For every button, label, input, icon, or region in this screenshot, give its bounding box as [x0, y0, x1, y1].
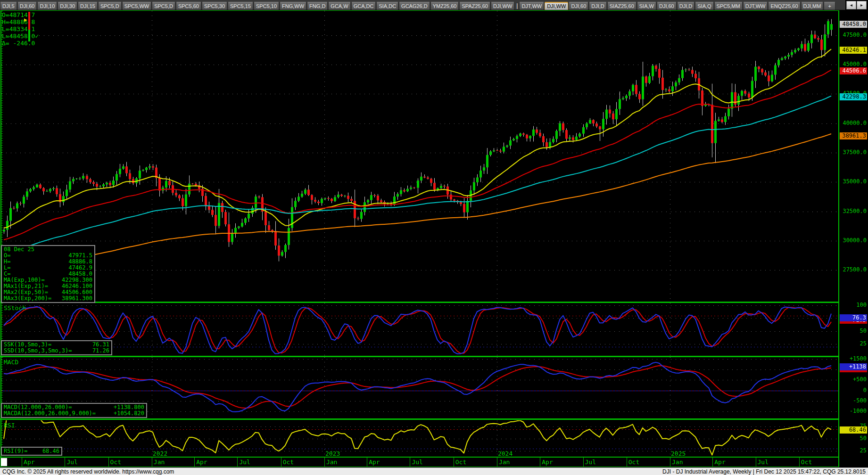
chart-tab-dji-10-2[interactable]: DJI,10	[37, 2, 57, 10]
time-axis-month-label: Jan	[154, 459, 165, 466]
chart-tab-spc5-d-5[interactable]: SPC5,D	[98, 2, 122, 10]
chart-tab-sia-q-30[interactable]: SIA,Q	[695, 2, 713, 10]
add-chart-tab-button[interactable]: +	[824, 2, 835, 10]
time-axis-tick	[152, 458, 152, 467]
quote-line: L=48334.1	[2, 25, 39, 33]
axis-tick-label: 47500.0	[840, 32, 867, 38]
axis-tick-label: 45000.0	[840, 61, 867, 67]
time-axis-month-label: Oct	[801, 459, 812, 466]
chart-tab-sia-w-27[interactable]: SIA,W	[637, 2, 656, 10]
quote-line: Δ= -246.0	[2, 40, 39, 47]
ema100-value-tag: 42298.3	[840, 93, 867, 100]
time-axis-tick	[712, 458, 713, 467]
time-axis-month-label: Apr	[24, 459, 34, 466]
chart-tab-spc5-15-10[interactable]: SPC5,15	[228, 2, 253, 10]
axis-tick-label: 25	[840, 448, 867, 454]
ssk-value-tag: 76.3	[840, 314, 867, 321]
time-axis-month-label: Oct	[628, 459, 639, 466]
chart-tab-fng-d-13[interactable]: FNG,D	[307, 2, 328, 10]
chart-tab-spc5-10-11[interactable]: SPC5,10	[254, 2, 279, 10]
info-row: RSI(9)=68.46	[4, 448, 59, 454]
chart-tab-dji-d-25[interactable]: DJI,D	[589, 2, 607, 10]
tab-scroll-left-button[interactable]: ◂	[846, 1, 856, 9]
time-axis-tick	[670, 458, 670, 467]
chart-tab-dji-ww-20[interactable]: DJI,WW	[491, 2, 514, 10]
time-axis-year-label: 2023	[325, 450, 340, 457]
copyright-text: CQG Inc. © 2025 All rights reserved worl…	[0, 468, 176, 475]
chart-tab-dji-60-28[interactable]: DJI,60	[657, 2, 677, 10]
chart-tab-siaz25-60-26[interactable]: SIAZ25,60	[607, 2, 637, 10]
chart-tab-fng-ww-12[interactable]: FNG,WW	[280, 2, 306, 10]
time-axis-tick	[194, 458, 195, 467]
tab-scroll-right-button[interactable]: ▸	[857, 1, 867, 9]
chart-tab-dji-60-1[interactable]: DJI,60	[17, 2, 37, 10]
quote-line: L=48458.0✓	[2, 33, 39, 40]
chart-tab-dji-mm-34[interactable]: DJI,MM	[801, 2, 824, 10]
chart-tab-gca-dc-15[interactable]: GCA,DC	[351, 2, 376, 10]
chart-tab-dji-15-4[interactable]: DJI,15	[78, 2, 98, 10]
time-axis-month-label: Jul	[412, 459, 422, 466]
axis-tick-label: 50	[840, 435, 867, 442]
chart-tab-spc5-60-8[interactable]: SPC5,60	[176, 2, 201, 10]
time-axis-month-label: Apr	[542, 459, 553, 466]
time-axis-tick	[324, 458, 325, 467]
chart-tab-spc5-30-9[interactable]: SPC5,30	[202, 2, 227, 10]
info-row: MAx3(Exp,200)=38961.300	[4, 295, 92, 302]
chart-tab-djt-ww-32[interactable]: DJT,WW	[743, 2, 768, 10]
time-axis-month-label: Jul	[66, 459, 77, 466]
chart-tab-sia-dc-16[interactable]: SIA,DC	[376, 2, 398, 10]
info-row: MACDA(12.000,26.000,9.000)=+1054.820	[4, 410, 144, 417]
chart-tab-bar: DJI,5DJI,60DJI,10DJI,30DJI,15SPC5,DSPC5,…	[0, 0, 845, 10]
time-axis-month-label: Oct	[455, 459, 466, 466]
bar-info-box: 08 Dec 25O=47971.5H=48886.8L=47462.9C=48…	[1, 245, 95, 303]
tab-scroll-arrows: ◂ ▸	[846, 1, 867, 9]
axis-tick-label: 35000.0	[840, 179, 867, 185]
time-axis-month-label: Jul	[758, 459, 769, 466]
chart-tab-enqz25-60-33[interactable]: ENQZ25,60	[768, 2, 800, 10]
quote-line: H=48886.8	[2, 18, 39, 25]
time-axis-year-label: 2024	[498, 450, 513, 457]
rsi-panel-title: RSI	[4, 422, 15, 429]
last-price-tag: 48458.0	[840, 21, 867, 28]
chart-tab-spc5-ww-6[interactable]: SPC5,WW	[122, 2, 152, 10]
axis-tick-label: 100	[840, 302, 867, 308]
current-bar-preview-down	[28, 12, 30, 30]
chart-tab-spc5-d-7[interactable]: SPC5,D	[152, 2, 175, 10]
sstoch-panel-title: SStoch	[4, 304, 26, 311]
chart-tab-spaz25-60-19[interactable]: SPAZ25,60	[459, 2, 490, 10]
axis-tick-label: 27500.0	[840, 267, 867, 273]
time-axis-month-label: Jan	[672, 459, 683, 466]
cqg-chart-window: DJI,5DJI,60DJI,10DJI,30DJI,15SPC5,DSPC5,…	[0, 0, 868, 475]
chart-tab-djt-ww-22[interactable]: DJT,WW	[519, 2, 544, 10]
axis-tick-label: 32500.0	[840, 208, 867, 214]
macd-panel-title: MACD	[4, 359, 18, 366]
chart-tab-gca-w-14[interactable]: GCA,W	[328, 2, 350, 10]
time-axis-tick	[410, 458, 410, 467]
chart-tab-gcag26-d-17[interactable]: GCAG26,D	[399, 2, 430, 10]
ema200-value-tag: 38961.3	[840, 132, 867, 139]
time-axis-month-label: Jul	[585, 459, 596, 466]
ema50-value-tag: 44506.6	[840, 67, 867, 74]
axis-tick-label: 40000.0	[840, 120, 867, 126]
macd-info-box: MACD(12.000,26.000)=+1138.800MACDA(12.00…	[1, 403, 147, 418]
time-axis-corner-box	[1, 458, 7, 466]
chart-tab-spc5-mm-31[interactable]: SPC5,MM	[714, 2, 743, 10]
time-axis-tick	[108, 458, 109, 467]
chart-tab-dji-d-29[interactable]: DJI,D	[677, 2, 695, 10]
time-axis-month-label: Apr	[369, 459, 380, 466]
info-row: SSD(10,Smo,3,Smo,3)=71.26	[4, 348, 109, 354]
time-axis-year-label: 2022	[153, 450, 167, 457]
time-axis-tick	[497, 458, 497, 467]
time-axis-month-label: Oct	[110, 459, 121, 466]
chart-tab-dji-60-24[interactable]: DJI,60	[569, 2, 588, 10]
chart-tab-dji-30-3[interactable]: DJI,30	[58, 2, 77, 10]
chart-tab-dji-5-0[interactable]: DJI,5	[0, 2, 17, 10]
time-axis-month-label: Jan	[499, 459, 510, 466]
time-axis-tick	[367, 458, 367, 467]
time-axis-month-label: Apr	[196, 459, 207, 466]
time-axis-tick	[22, 458, 22, 467]
chart-tab-ymz25-60-18[interactable]: YMZ25,60	[430, 2, 459, 10]
chart-tab-dji-ww-23[interactable]: DJI,WW	[545, 2, 568, 10]
macd-value-tag: +1138	[840, 363, 867, 370]
axis-tick-label: 50	[840, 328, 867, 334]
